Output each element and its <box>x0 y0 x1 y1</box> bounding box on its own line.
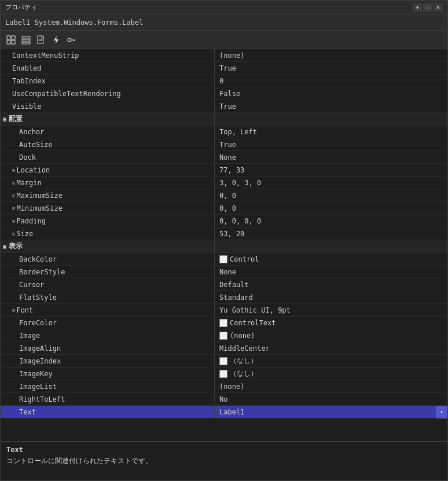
key-button[interactable] <box>64 34 78 46</box>
table-row[interactable]: AutoSizeTrue <box>1 138 447 151</box>
page-icon <box>36 35 46 45</box>
property-value: (none) <box>215 329 447 342</box>
table-row[interactable]: ⊞MaximumSize0, 0 <box>1 189 447 202</box>
property-name: UseCompatibleTextRendering <box>12 90 121 98</box>
svg-marker-10 <box>54 36 58 44</box>
table-row[interactable]: ▣表示 <box>1 240 447 253</box>
table-row[interactable]: ForeColorControlText <box>1 317 447 329</box>
table-row[interactable]: ImageList(none) <box>1 380 447 393</box>
property-value <box>215 240 447 252</box>
dropdown-arrow[interactable]: ▾ <box>436 406 447 418</box>
expand-icon: ⊞ <box>12 167 15 173</box>
close-button[interactable]: ✕ <box>434 3 443 12</box>
property-value: 77, 33 <box>215 164 447 176</box>
panel-title: プロパティ <box>5 3 37 12</box>
property-value: Label1 <box>215 406 447 418</box>
property-name: MaximumSize <box>16 192 62 200</box>
property-value: 3, 0, 3, 0 <box>215 177 447 189</box>
property-value: (none) <box>215 380 447 392</box>
table-row[interactable]: TabIndex0 <box>1 75 447 87</box>
table-row[interactable]: EnabledTrue <box>1 62 447 75</box>
property-name: Margin <box>16 179 41 187</box>
description-text: コントロールに関連付けられたテキストです。 <box>6 456 442 466</box>
table-row[interactable]: ⊞Size53, 20 <box>1 227 447 240</box>
table-row[interactable]: ▣配置 <box>1 113 447 126</box>
property-name: Padding <box>16 217 46 225</box>
table-row[interactable]: ⊞Location77, 33 <box>1 164 447 177</box>
table-row[interactable]: VisibleTrue <box>1 100 447 113</box>
property-value: Yu Gothic UI, 9pt <box>215 304 447 316</box>
property-name: ImageIndex <box>19 357 61 365</box>
property-value: True <box>215 62 447 74</box>
table-row[interactable]: BorderStyleNone <box>1 266 447 278</box>
table-row[interactable]: FlatStyleStandard <box>1 291 447 304</box>
description-title: Text <box>6 446 442 454</box>
collapse-icon: ▣ <box>3 116 6 122</box>
color-swatch <box>219 370 227 378</box>
minimize-button[interactable]: ▾ <box>413 3 422 12</box>
property-value: 0, 0 <box>215 202 447 214</box>
page-icon-button[interactable] <box>34 34 48 46</box>
property-name: Size <box>16 230 33 238</box>
property-value: None <box>215 266 447 278</box>
property-name: Dock <box>19 153 36 161</box>
table-row[interactable]: AnchorTop, Left <box>1 126 447 138</box>
collapse-icon: ▣ <box>3 243 6 249</box>
property-value: Standard <box>215 291 447 303</box>
color-swatch <box>219 357 227 365</box>
table-row[interactable]: DockNone <box>1 151 447 164</box>
table-row[interactable]: BackColorControl <box>1 253 447 266</box>
toolbar <box>1 31 447 49</box>
property-name: ImageAlign <box>19 344 61 353</box>
property-value <box>215 113 447 125</box>
table-row[interactable]: ImageAlignMiddleCenter <box>1 342 447 355</box>
property-value: False <box>215 87 447 100</box>
table-row[interactable]: TextLabel1▾ <box>1 406 447 418</box>
table-row[interactable]: ⊞Margin3, 0, 3, 0 <box>1 177 447 189</box>
svg-rect-0 <box>7 36 10 39</box>
expand-icon: ⊞ <box>12 218 15 224</box>
grid-view-button[interactable] <box>4 34 18 46</box>
title-bar-controls: ▾ □ ✕ <box>413 3 443 12</box>
svg-rect-4 <box>22 36 30 38</box>
events-button[interactable] <box>49 34 63 46</box>
list-view-button[interactable] <box>19 34 33 46</box>
property-name: Cursor <box>19 281 44 289</box>
table-row[interactable]: RightToLeftNo <box>1 393 447 406</box>
color-swatch <box>219 255 227 263</box>
property-name: ImageKey <box>19 370 53 378</box>
table-row[interactable]: ImageIndex（なし） <box>1 355 447 368</box>
properties-table[interactable]: ContextMenuStrip(none)EnabledTrueTabInde… <box>1 49 447 441</box>
table-row[interactable]: ⊞FontYu Gothic UI, 9pt <box>1 304 447 317</box>
property-value: None <box>215 151 447 163</box>
property-value: 0, 0 <box>215 189 447 201</box>
svg-rect-3 <box>12 41 15 44</box>
table-row[interactable]: Image(none) <box>1 329 447 342</box>
table-row[interactable]: ⊞Padding0, 0, 0, 0 <box>1 215 447 227</box>
property-name: Text <box>19 408 36 416</box>
property-name: Anchor <box>19 128 44 136</box>
grid-icon <box>6 35 16 45</box>
property-name: BorderStyle <box>19 268 65 276</box>
table-row[interactable]: CursorDefault <box>1 278 447 291</box>
table-row[interactable]: ContextMenuStrip(none) <box>1 49 447 62</box>
property-name: ForeColor <box>19 319 57 327</box>
property-name: ImageList <box>19 383 57 391</box>
property-value: （なし） <box>215 355 447 367</box>
table-row[interactable]: UseCompatibleTextRenderingFalse <box>1 87 447 100</box>
expand-icon: ⊞ <box>12 307 15 313</box>
table-row[interactable]: ⊞MinimumSize0, 0 <box>1 202 447 215</box>
expand-icon: ⊞ <box>12 193 15 199</box>
svg-rect-6 <box>22 42 30 44</box>
property-name: MinimumSize <box>16 204 62 212</box>
title-bar: プロパティ ▾ □ ✕ <box>1 1 447 14</box>
expand-icon: ⊞ <box>12 231 15 237</box>
table-row[interactable]: ImageKey（なし） <box>1 368 447 380</box>
category-name: 配置 <box>9 114 23 124</box>
svg-rect-5 <box>22 39 30 41</box>
color-swatch <box>219 332 227 340</box>
expand-icon: ⊞ <box>12 205 15 211</box>
property-value: 0 <box>215 75 447 87</box>
property-name: RightToLeft <box>19 395 65 403</box>
maximize-button[interactable]: □ <box>423 3 432 12</box>
